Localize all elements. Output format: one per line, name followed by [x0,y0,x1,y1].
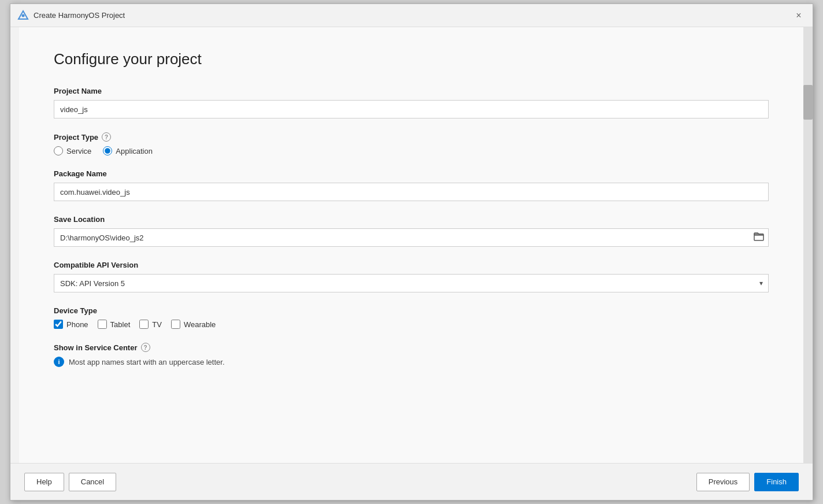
checkbox-tablet-input[interactable] [98,320,107,329]
project-type-radio-group: Service Application [54,146,769,155]
finish-button[interactable]: Finish [754,473,799,491]
checkbox-wearable-label: Wearable [184,320,216,329]
api-version-label: Compatible API Version [54,261,769,269]
save-location-input[interactable] [54,228,769,247]
footer-right: Previous Finish [696,473,799,491]
radio-application-label: Application [116,147,153,155]
checkbox-wearable[interactable]: Wearable [171,320,216,329]
checkbox-tablet-label: Tablet [110,320,131,329]
save-location-input-wrapper [54,228,769,247]
cancel-button[interactable]: Cancel [69,473,116,491]
checkbox-phone-input[interactable] [54,320,63,329]
previous-button[interactable]: Previous [696,473,750,491]
checkbox-phone-label: Phone [66,320,88,329]
api-version-group: Compatible API Version SDK: API Version … [54,261,769,292]
project-type-label: Project Type ? [54,132,769,142]
close-button[interactable]: × [792,9,806,23]
device-type-group: Device Type Phone Tablet TV [54,306,769,329]
left-sidebar [10,27,19,463]
radio-service[interactable]: Service [54,146,91,155]
radio-application[interactable]: Application [103,146,153,155]
package-name-label: Package Name [54,169,769,178]
package-name-input[interactable] [54,183,769,201]
checkbox-tv-input[interactable] [139,320,149,329]
folder-browse-icon[interactable] [754,232,764,243]
radio-service-input[interactable] [54,146,63,155]
harmony-logo-icon [17,10,29,21]
footer-left: Help Cancel [24,473,116,491]
device-type-checkbox-group: Phone Tablet TV Wearable [54,320,769,329]
radio-application-input[interactable] [103,146,112,155]
dialog: Create HarmonyOS Project × Configure you… [10,3,813,501]
info-icon: i [54,357,64,367]
info-message: Most app names start with an uppercase l… [69,358,225,366]
info-row: i Most app names start with an uppercase… [54,357,769,367]
save-location-group: Save Location [54,215,769,247]
scrollbar-track[interactable] [803,27,813,463]
checkbox-tv[interactable]: TV [139,320,162,329]
device-type-label: Device Type [54,306,769,315]
checkbox-phone[interactable]: Phone [54,320,88,329]
api-version-select[interactable]: SDK: API Version 5 SDK: API Version 4 SD… [54,274,769,292]
page-title: Configure your project [54,50,769,68]
svg-point-1 [22,14,25,17]
checkbox-wearable-input[interactable] [171,320,180,329]
service-center-label: Show in Service Center ? [54,343,769,352]
project-name-label: Project Name [54,87,769,95]
api-version-select-wrapper: SDK: API Version 5 SDK: API Version 4 SD… [54,274,769,292]
footer: Help Cancel Previous Finish [10,463,813,500]
package-name-group: Package Name [54,169,769,201]
save-location-label: Save Location [54,215,769,224]
service-center-help-icon[interactable]: ? [141,343,150,352]
service-center-group: Show in Service Center ? i Most app name… [54,343,769,367]
title-bar-text: Create HarmonyOS Project [34,11,792,20]
title-bar: Create HarmonyOS Project × [10,4,813,27]
radio-service-label: Service [66,147,91,155]
help-button[interactable]: Help [24,473,64,491]
checkbox-tv-label: TV [152,320,162,329]
project-name-input[interactable] [54,100,769,118]
project-type-group: Project Type ? Service Application [54,132,769,155]
main-area: Configure your project Project Name Proj… [19,27,803,463]
checkbox-tablet[interactable]: Tablet [98,320,131,329]
project-type-help-icon[interactable]: ? [102,132,111,142]
scrollbar-thumb[interactable] [803,85,813,120]
project-name-group: Project Name [54,87,769,118]
scrollbar[interactable] [803,27,813,463]
